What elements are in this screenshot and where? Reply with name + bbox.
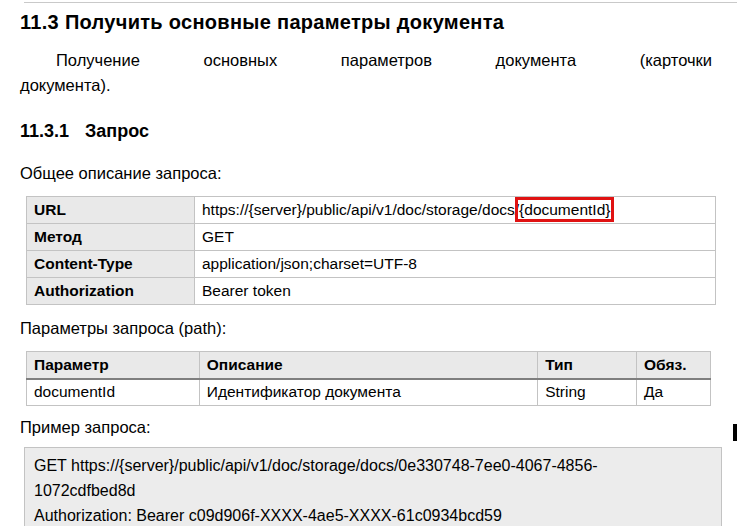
table-row-content-type: Content-Type application/json;charset=UT… <box>27 251 716 278</box>
document-content: 11.3 Получить основные параметры докумен… <box>0 0 737 526</box>
path-params-table: Параметр Описание Тип Обяз. documentId И… <box>26 351 711 406</box>
table-row-url: URL https://{server}/public/api/v1/doc/s… <box>27 197 716 224</box>
subsection-heading: 11.3.1Запрос <box>20 120 712 142</box>
url-prefix: https://{server}/public/api/v1/doc/stora… <box>202 201 519 218</box>
row-value-authorization: Bearer token <box>195 278 716 305</box>
subsection-title: Запрос <box>85 121 149 141</box>
cell-parameter: documentId <box>27 379 200 406</box>
header-parameter: Параметр <box>27 352 200 379</box>
section-heading: 11.3 Получить основные параметры докумен… <box>20 10 712 34</box>
example-request-code: GET https://{server}/public/api/v1/doc/s… <box>24 447 722 526</box>
params-header-row: Параметр Описание Тип Обяз. <box>27 352 711 379</box>
path-params-label: Параметры запроса (path): <box>20 317 712 339</box>
code-line-1: GET https://{server}/public/api/v1/doc/s… <box>34 453 712 478</box>
cell-required: Да <box>637 379 711 406</box>
row-value-method: GET <box>195 224 716 251</box>
row-label-content-type: Content-Type <box>27 251 195 278</box>
header-required: Обяз. <box>637 352 711 379</box>
row-label-authorization: Authorization <box>27 278 195 305</box>
header-description: Описание <box>199 352 537 379</box>
top-divider <box>24 2 737 3</box>
example-label: Пример запроса: <box>20 416 712 438</box>
text-cursor <box>733 424 737 441</box>
code-line-3: Authorization: Bearer c09d906f-XXXX-4ae5… <box>34 503 712 526</box>
request-description-table: URL https://{server}/public/api/v1/doc/s… <box>26 196 716 305</box>
params-data-row: documentId Идентификатор документа Strin… <box>27 379 711 406</box>
overview-label: Общее описание запроса: <box>20 162 712 184</box>
document-page: 11.3 Получить основные параметры докумен… <box>0 0 737 526</box>
row-value-content-type: application/json;charset=UTF-8 <box>195 251 716 278</box>
intro-line-1: Получение основных параметров документа … <box>20 48 712 73</box>
table-row-authorization: Authorization Bearer token <box>27 278 716 305</box>
row-label-method: Метод <box>27 224 195 251</box>
url-highlighted-parameter: {documentId} <box>519 201 610 218</box>
code-line-2: 1072cdfbed8d <box>34 478 712 503</box>
row-label-url: URL <box>27 197 195 224</box>
cell-description: Идентификатор документа <box>199 379 537 406</box>
row-value-url: https://{server}/public/api/v1/doc/stora… <box>195 197 716 224</box>
intro-paragraph: Получение основных параметров документа … <box>20 48 712 98</box>
subsection-number: 11.3.1 <box>20 121 69 141</box>
table-row-method: Метод GET <box>27 224 716 251</box>
header-type: Тип <box>538 352 637 379</box>
cell-type: String <box>538 379 637 406</box>
intro-line-2: документа). <box>20 73 712 98</box>
